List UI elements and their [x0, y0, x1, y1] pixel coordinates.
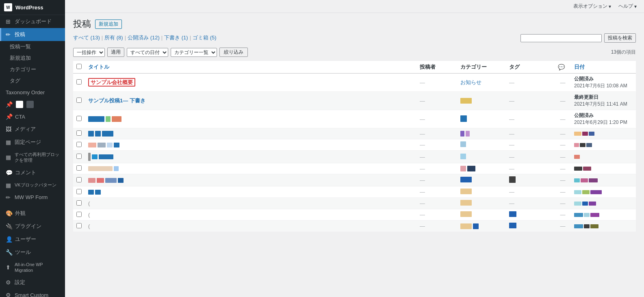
row-checkbox[interactable]	[76, 177, 82, 182]
bulk-action-select[interactable]: 一括操作	[73, 48, 105, 57]
pin-box-1	[16, 101, 23, 108]
row-author-cell: —	[416, 74, 457, 92]
row-checkbox[interactable]	[76, 223, 82, 228]
category-link[interactable]: お知らせ	[460, 79, 481, 85]
title-text: (	[88, 200, 90, 206]
page-title-row: 投稿 新規追加	[73, 18, 636, 30]
tag-block	[509, 211, 516, 217]
date-block	[574, 132, 581, 136]
title-block	[95, 131, 101, 137]
sidebar-item-users[interactable]: 👤 ユーザー	[0, 233, 65, 246]
row-checkbox[interactable]	[76, 154, 82, 159]
filter-link-draft[interactable]: 下書き (1)	[164, 34, 188, 41]
title-block	[88, 190, 94, 195]
table-row: サンプル投稿1— 下書き — — — 最終更新日 2021年7月5日 11	[73, 92, 636, 110]
sidebar-item-cta[interactable]: 📌 CTA	[0, 111, 65, 123]
sidebar-item-taxonomy-order[interactable]: Taxonomy Order	[0, 87, 65, 98]
table-row: — — —	[73, 163, 636, 174]
sidebar-item-dashboard[interactable]: ⊞ ダッシュボード	[0, 15, 65, 28]
date-block	[574, 202, 581, 206]
title-text: (	[88, 223, 90, 229]
date-status: 公開済み	[574, 113, 594, 118]
category-block	[460, 154, 466, 159]
post-title-link[interactable]: サンプル投稿1— 下書き	[88, 98, 145, 104]
posts-table-wrapper: タイトル 投稿者 カテゴリー タグ 💬 日付	[73, 61, 636, 232]
sidebar-pinned-row: 📌	[0, 98, 65, 111]
sidebar-posts-label: 投稿	[15, 31, 25, 38]
dashboard-icon: ⊞	[6, 18, 12, 25]
sidebar-item-tools[interactable]: 🔧 ツール	[0, 246, 65, 259]
sidebar-item-mw-form[interactable]: ✏ MW WP Form	[0, 191, 65, 204]
title-block	[107, 143, 113, 147]
row-checkbox[interactable]	[76, 79, 82, 85]
title-block	[88, 116, 104, 122]
date-filter-select[interactable]: すべての日付	[127, 48, 168, 57]
search-input[interactable]	[520, 34, 602, 42]
row-checkbox[interactable]	[76, 200, 82, 206]
sidebar-item-smartcustom[interactable]: ⚙ Smart Custom	[0, 289, 65, 297]
th-date[interactable]: 日付	[571, 61, 636, 74]
date-block	[583, 167, 591, 171]
row-checkbox[interactable]	[76, 116, 82, 121]
filter-link-published[interactable]: 公開済み (12)	[128, 34, 160, 41]
sidebar-item-media[interactable]: 🖼 メディア	[0, 123, 65, 136]
row-checkbox[interactable]	[76, 165, 82, 171]
comments-icon: 💬	[6, 169, 13, 176]
sidebar-item-plugins[interactable]: 🔌 プラグイン	[0, 220, 65, 233]
row-comments-cell: —	[555, 74, 571, 92]
sidebar-subitem-tags[interactable]: タグ	[0, 75, 65, 87]
sidebar-reusable-blocks-label: すべての再利用ブロックを管理	[15, 152, 61, 163]
date-block	[589, 202, 596, 206]
category-block	[460, 177, 472, 182]
filter-link-owned[interactable]: 所有 (8)	[104, 34, 123, 41]
sidebar-comments-label: コメント	[15, 169, 36, 176]
row-checkbox[interactable]	[76, 189, 82, 194]
items-count: 13個の項目	[611, 49, 636, 56]
sidebar-users-label: ユーザー	[15, 236, 36, 243]
sidebar-vk-blocks-label: VKブロックパターン	[15, 182, 56, 188]
sidebar-media-label: メディア	[15, 126, 36, 133]
th-title[interactable]: タイトル	[85, 61, 416, 74]
comment-bubble-icon: 💬	[558, 64, 565, 70]
filter-link-trash[interactable]: ゴミ箱 (5)	[193, 34, 217, 41]
apply-button[interactable]: 適用	[107, 48, 124, 57]
date-block	[581, 178, 588, 182]
sidebar-item-comments[interactable]: 💬 コメント	[0, 166, 65, 179]
sidebar-item-posts[interactable]: ✏ 投稿	[0, 28, 65, 41]
toolbar: 一括操作 適用 すべての日付 カテゴリー一覧 絞り込み 13個の項目	[73, 48, 636, 57]
filter-button[interactable]: 絞り込み	[219, 48, 248, 57]
sidebar-subitem-add-new[interactable]: 新規追加	[0, 52, 65, 64]
th-comments: 💬	[555, 61, 571, 74]
sidebar-item-appearance[interactable]: 🎨 外観	[0, 207, 65, 220]
select-all-checkbox[interactable]	[76, 64, 82, 69]
sidebar-item-settings[interactable]: ⚙ 設定	[0, 276, 65, 289]
sidebar-dashboard-label: ダッシュボード	[15, 18, 52, 25]
display-options-button[interactable]: 表示オプション ▾	[571, 2, 614, 11]
sidebar-item-allinone[interactable]: ⬆ All-in-One WP Migration	[0, 259, 65, 276]
filter-link-all[interactable]: すべて (13)	[73, 34, 100, 41]
sidebar-item-reusable-blocks[interactable]: ▦ すべての再利用ブロックを管理	[0, 149, 65, 166]
posts-table-body: サンプル会社概要 — お知らせ — — 公開済み 2021年7月6日 10:08…	[73, 74, 636, 232]
category-block	[466, 131, 470, 137]
row-date-cell: 公開済み 2021年7月6日 10:08 AM	[571, 74, 636, 92]
post-title-link[interactable]: サンプル会社概要	[88, 78, 135, 87]
sidebar-item-fixed-pages[interactable]: ▦ 固定ページ	[0, 136, 65, 149]
add-new-button[interactable]: 新規追加	[95, 20, 122, 29]
row-checkbox[interactable]	[76, 212, 82, 217]
row-checkbox[interactable]	[76, 98, 82, 103]
pin-box-2	[26, 101, 34, 108]
sidebar-item-vk-blocks[interactable]: ▦ VKブロックパターン	[0, 179, 65, 191]
plugins-icon: 🔌	[6, 223, 13, 230]
title-text: (	[88, 212, 90, 218]
sidebar-subitem-posts-list[interactable]: 投稿一覧	[0, 41, 65, 52]
title-block	[114, 143, 119, 147]
row-checkbox[interactable]	[76, 130, 82, 136]
row-checkbox[interactable]	[76, 142, 82, 147]
date-block	[589, 132, 594, 136]
search-button[interactable]: 投稿を検索	[604, 33, 636, 43]
sidebar-subitem-categories[interactable]: カテゴリー	[0, 64, 65, 75]
title-block	[92, 154, 98, 159]
help-button[interactable]: ヘルプ ▾	[616, 2, 639, 11]
title-block	[98, 143, 106, 147]
category-filter-select[interactable]: カテゴリー一覧	[171, 48, 217, 57]
